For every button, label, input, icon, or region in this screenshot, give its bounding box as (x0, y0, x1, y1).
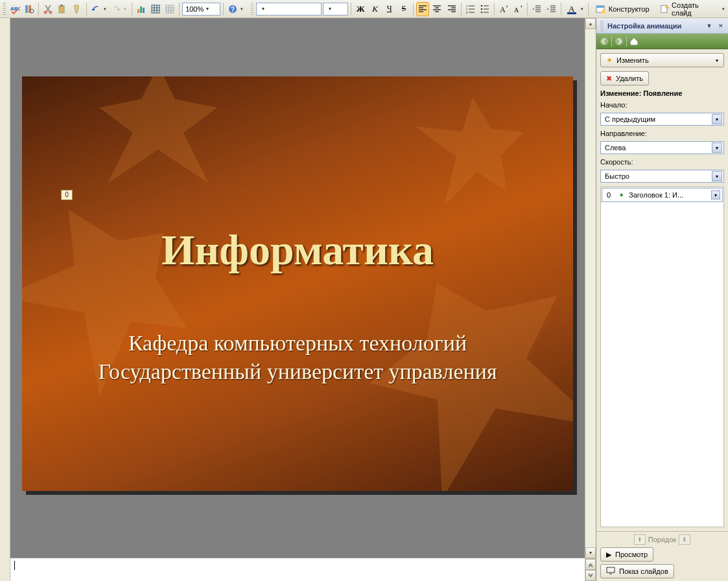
change-effect-button[interactable]: ✦ Изменить ▾ (600, 53, 724, 67)
chevron-down-icon: ▾ (712, 142, 722, 153)
slide-subtitle[interactable]: Кафедра компьютерных технологий Государс… (61, 329, 534, 386)
numbered-list-button[interactable]: 123 (464, 2, 477, 16)
font-color-dropdown[interactable]: ▾ (581, 6, 585, 12)
toolbar-grip[interactable] (251, 3, 254, 16)
play-icon: ▶ (606, 551, 611, 559)
star-icon: ✦ (616, 190, 626, 199)
paste-icon[interactable] (56, 2, 69, 16)
animation-order-badge[interactable]: 0 (61, 190, 73, 200)
task-pane-dropdown[interactable]: ▼ (705, 21, 714, 30)
speed-select[interactable]: Быстро ▾ (600, 170, 724, 183)
separator (179, 3, 180, 16)
start-value: С предыдущим (605, 115, 655, 123)
notes-pane[interactable] (10, 558, 585, 581)
design-button-label: Конструктор (609, 5, 650, 13)
delete-icon: ✖ (606, 74, 612, 83)
task-pane-close[interactable]: ✕ (716, 21, 725, 30)
separator (86, 3, 87, 16)
animation-task-pane: Настройка анимации ▼ ✕ ✦ Изменить ▾ ✖ Уд… (596, 18, 728, 581)
move-up-button[interactable]: ⬆ (634, 534, 646, 545)
svg-point-17 (481, 5, 483, 6)
anim-item-text: Заголовок 1: И... (629, 191, 708, 199)
svg-text:?: ? (231, 6, 235, 13)
format-painter-icon[interactable] (70, 2, 83, 16)
change-effect-label: Изменить (616, 56, 649, 64)
slide-canvas[interactable]: 0 Информатика Кафедра компьютерных техно… (22, 76, 573, 491)
animation-list[interactable]: 0 ✦ Заголовок 1: И... ▾ (600, 187, 724, 527)
new-slide-button[interactable]: Создать слайд (655, 2, 721, 16)
increase-font-button[interactable]: A (497, 2, 510, 16)
bold-button[interactable]: Ж (354, 2, 367, 16)
toolbar-grip[interactable] (3, 3, 6, 16)
design-button[interactable]: Конструктор (591, 2, 654, 16)
animation-list-item[interactable]: 0 ✦ Заголовок 1: И... ▾ (602, 188, 723, 202)
increase-indent-button[interactable] (545, 2, 558, 16)
toolbar-overflow-2[interactable]: ▾ (722, 6, 727, 12)
grid-icon[interactable] (163, 2, 176, 16)
decrease-font-button[interactable]: A (511, 2, 524, 16)
align-right-button[interactable] (445, 2, 458, 16)
shadow-button[interactable]: S (397, 2, 410, 16)
table-icon[interactable] (149, 2, 162, 16)
remove-effect-button[interactable]: ✖ Удалить (600, 71, 649, 85)
nav-home-button[interactable] (628, 36, 640, 47)
move-down-button[interactable]: ⬇ (679, 534, 690, 545)
pane-grip[interactable] (600, 21, 604, 31)
help-icon[interactable]: ? (226, 2, 239, 16)
spellcheck-icon[interactable]: ABC (8, 2, 21, 16)
font-size-combo[interactable]: ▾ (323, 3, 348, 16)
chevron-down-icon: ▾ (712, 171, 722, 181)
chevron-down-icon: ▾ (326, 6, 334, 12)
slideshow-button[interactable]: Показ слайдов (600, 564, 674, 578)
preview-button[interactable]: ▶ Просмотр (600, 547, 653, 562)
redo-dropdown[interactable]: ▾ (124, 6, 128, 12)
research-icon[interactable] (23, 2, 36, 16)
vertical-scrollbar[interactable]: ▴ ▾ (585, 18, 596, 581)
next-slide-button[interactable] (585, 570, 596, 581)
chevron-down-icon: ▾ (716, 58, 718, 63)
svg-text:A: A (514, 6, 519, 14)
italic-button[interactable]: К (368, 2, 381, 16)
nav-forward-button[interactable] (613, 36, 625, 47)
align-left-button[interactable] (416, 2, 429, 16)
underline-button[interactable]: Ч (383, 2, 396, 16)
separator (351, 3, 351, 16)
zoom-combo[interactable]: 100% ▾ (182, 3, 220, 16)
toolbar-overflow[interactable]: ▾ (241, 6, 245, 12)
svg-point-23 (602, 10, 605, 14)
undo-dropdown[interactable]: ▾ (104, 6, 108, 12)
slideshow-label: Показ слайдов (619, 567, 668, 575)
chevron-down-icon[interactable]: ▾ (711, 190, 720, 199)
font-color-button[interactable]: А (564, 2, 580, 16)
align-center-button[interactable] (430, 2, 443, 16)
task-pane-nav (596, 34, 728, 49)
outline-pane-collapsed[interactable] (0, 18, 10, 581)
prev-slide-button[interactable] (585, 559, 596, 570)
redo-icon[interactable] (110, 2, 123, 16)
cut-icon[interactable] (41, 2, 54, 16)
slide-editor[interactable]: 0 Информатика Кафедра компьютерных техно… (10, 18, 585, 558)
chart-icon[interactable] (135, 2, 148, 16)
font-name-combo[interactable]: ▾ (256, 3, 322, 16)
decrease-indent-button[interactable] (530, 2, 543, 16)
start-select[interactable]: С предыдущим ▾ (600, 113, 724, 126)
svg-rect-6 (59, 6, 64, 13)
scroll-up-button[interactable]: ▴ (585, 18, 596, 29)
anim-item-number: 0 (604, 191, 613, 199)
reorder-controls: ⬆ Порядок ⬇ (600, 534, 724, 545)
separator (588, 3, 589, 16)
direction-label: Направление: (600, 130, 724, 137)
direction-select[interactable]: Слева ▾ (600, 141, 724, 154)
task-pane-body: ✦ Изменить ▾ ✖ Удалить Изменение: Появле… (596, 49, 728, 531)
slide-title[interactable]: Информатика (22, 225, 573, 275)
effect-section-label: Изменение: Появление (600, 89, 724, 97)
svg-text:A: A (500, 5, 506, 14)
nav-back-button[interactable] (598, 36, 610, 47)
scroll-down-button[interactable]: ▾ (585, 547, 596, 558)
svg-rect-1 (25, 5, 28, 13)
bullet-list-button[interactable] (478, 2, 491, 16)
undo-icon[interactable] (89, 2, 102, 16)
slide-nav-buttons (585, 558, 596, 581)
preview-label: Просмотр (615, 551, 648, 558)
scroll-track[interactable] (585, 29, 596, 547)
